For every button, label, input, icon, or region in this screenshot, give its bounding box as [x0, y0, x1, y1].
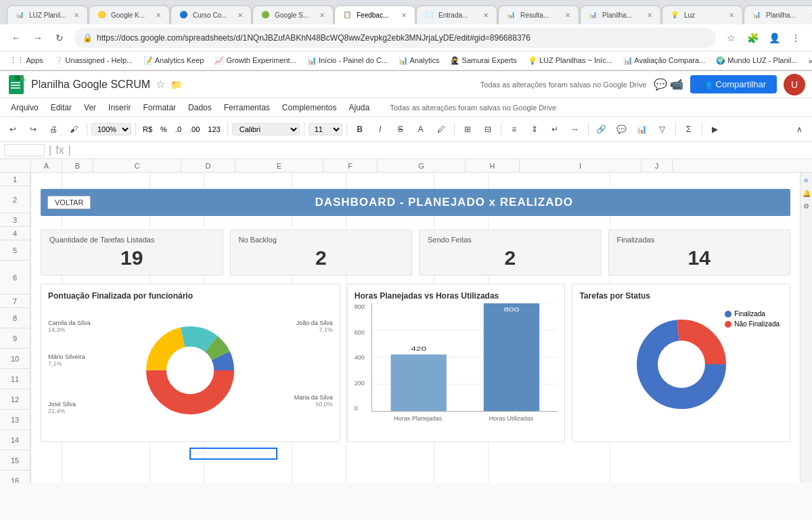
link-button[interactable]: 🔗: [593, 121, 610, 138]
bookmark-2[interactable]: 📝 Analytics Keep: [141, 55, 206, 66]
menu-complementos[interactable]: Complementos: [277, 101, 342, 114]
bookmark-3[interactable]: 📈 Growth Experiment...: [212, 55, 298, 66]
sidebar-icon-3[interactable]: ⚙: [803, 202, 809, 210]
row-num-10[interactable]: 10: [0, 349, 30, 369]
row-num-2[interactable]: 2: [0, 186, 30, 213]
undo-button[interactable]: ↩: [4, 121, 22, 138]
row-num-15[interactable]: 15: [0, 450, 30, 471]
row-num-16[interactable]: 16: [0, 471, 30, 483]
cell-reference-input[interactable]: [4, 144, 45, 156]
rtl-button[interactable]: ↔: [566, 121, 584, 138]
menu-ferramentas[interactable]: Ferramentas: [219, 101, 275, 114]
strikethrough-button[interactable]: S: [392, 121, 409, 138]
bold-button[interactable]: B: [351, 121, 369, 138]
borders-button[interactable]: ⊞: [459, 121, 476, 138]
folder-icon[interactable]: 📁: [171, 79, 182, 90]
browser-tab-6[interactable]: ✉️ Entrada... ✕: [416, 5, 497, 24]
col-header-h[interactable]: H: [466, 159, 520, 173]
col-header-c[interactable]: C: [93, 159, 181, 173]
menu-formatar[interactable]: Formatar: [137, 101, 181, 114]
bookmark-7[interactable]: 💡 LUZ Planilhas ~ Iníc...: [525, 55, 615, 66]
text-color-button[interactable]: A: [412, 121, 430, 138]
sheets-title[interactable]: Planilha Google SCRUM: [31, 79, 150, 91]
font-select[interactable]: Calibri: [232, 123, 300, 135]
bookmark-4[interactable]: 📊 Início - Painel do C...: [304, 55, 390, 66]
close-tab-8[interactable]: ✕: [647, 12, 652, 19]
menu-arquivo[interactable]: Arquivo: [5, 101, 44, 114]
bookmark-8[interactable]: 📊 Avaliação Compara...: [621, 55, 708, 66]
sidebar-icon-2[interactable]: 🔔: [803, 190, 811, 197]
align-button[interactable]: ≡: [505, 121, 523, 138]
collapse-toolbar-button[interactable]: ∧: [790, 121, 808, 138]
star-button[interactable]: ☆: [721, 28, 740, 47]
star-icon[interactable]: ☆: [156, 78, 165, 91]
chart-button[interactable]: 📊: [633, 121, 651, 138]
bookmark-1[interactable]: ❔ Unassigned - Help...: [51, 55, 136, 66]
browser-tab-1[interactable]: 📊 LUZ Planil... ✕: [7, 5, 88, 24]
font-size-select[interactable]: 11: [309, 123, 342, 135]
italic-button[interactable]: I: [371, 121, 389, 138]
col-header-b[interactable]: B: [62, 159, 93, 173]
close-tab-3[interactable]: ✕: [238, 12, 243, 19]
bookmark-5[interactable]: 📊 Analytics: [396, 55, 442, 66]
row-num-8[interactable]: 8: [0, 308, 30, 328]
menu-ajuda[interactable]: Ajuda: [344, 101, 376, 114]
col-header-j[interactable]: J: [641, 159, 673, 173]
col-header-f[interactable]: F: [323, 159, 378, 173]
sidebar-icon-1[interactable]: ≡: [805, 177, 809, 184]
comment-button[interactable]: 💬: [613, 121, 631, 138]
bookmark-apps[interactable]: ⋮⋮ Apps: [7, 55, 46, 66]
col-header-d[interactable]: D: [181, 159, 235, 173]
menu-button[interactable]: ⋮: [786, 28, 805, 47]
row-num-4[interactable]: 4: [0, 227, 30, 240]
row-num-5[interactable]: 5: [0, 240, 30, 261]
col-header-a[interactable]: A: [31, 159, 62, 173]
bookmark-more[interactable]: » Outros favoritos: [806, 56, 812, 66]
filter-button[interactable]: ▽: [654, 121, 671, 138]
row-num-1[interactable]: 1: [0, 173, 30, 186]
browser-tab-3[interactable]: 🔵 Curso Co... ✕: [171, 5, 252, 24]
reload-button[interactable]: ↻: [50, 28, 69, 47]
bookmark-9[interactable]: 🌍 Mundo LUZ - Planil...: [713, 55, 800, 66]
url-bar[interactable]: 🔒 https://docs.google.com/spreadsheets/d…: [74, 28, 716, 48]
browser-tab-2[interactable]: 🟡 Google K... ✕: [89, 5, 170, 24]
formula-input[interactable]: [75, 146, 808, 155]
menu-ver[interactable]: Ver: [78, 101, 102, 114]
row-num-6[interactable]: 6: [0, 261, 30, 295]
menu-inserir[interactable]: Inserir: [103, 101, 136, 114]
col-header-i[interactable]: I: [520, 159, 641, 173]
extensions-button[interactable]: 🧩: [743, 28, 762, 47]
close-tab-7[interactable]: ✕: [565, 12, 570, 19]
back-button[interactable]: ←: [7, 28, 26, 47]
comments-icon[interactable]: 💬: [654, 78, 667, 91]
row-num-12[interactable]: 12: [0, 389, 30, 410]
wrap-button[interactable]: ↵: [546, 121, 564, 138]
menu-editar[interactable]: Editar: [45, 101, 77, 114]
row-num-9[interactable]: 9: [0, 328, 30, 349]
paint-format-button[interactable]: 🖌: [65, 121, 83, 138]
print-button[interactable]: 🖨: [45, 121, 62, 138]
row-num-3[interactable]: 3: [0, 213, 30, 227]
meetings-icon[interactable]: 📹: [670, 78, 683, 91]
row-num-11[interactable]: 11: [0, 369, 30, 389]
bookmark-6[interactable]: 🥷 Samurai Experts: [447, 55, 519, 66]
close-tab-2[interactable]: ✕: [156, 12, 161, 19]
profile-button[interactable]: 👤: [765, 28, 784, 47]
highlight-color-button[interactable]: 🖊: [432, 121, 450, 138]
col-header-g[interactable]: G: [378, 159, 466, 173]
close-tab-6[interactable]: ✕: [483, 12, 489, 19]
browser-tab-7[interactable]: 📊 Resulta... ✕: [498, 5, 579, 24]
valign-button[interactable]: ⇕: [526, 121, 543, 138]
close-tab-9[interactable]: ✕: [729, 12, 734, 19]
close-tab-5[interactable]: ✕: [401, 12, 407, 19]
browser-tab-9[interactable]: 💡 Luz ✕: [662, 5, 743, 24]
browser-tab-4[interactable]: 🟢 Google S... ✕: [252, 5, 334, 24]
share-button[interactable]: 👥 Compartilhar: [690, 75, 777, 93]
redo-button[interactable]: ↪: [24, 121, 42, 138]
merge-button[interactable]: ⊟: [479, 121, 497, 138]
browser-tab-5[interactable]: 📋 Feedbac... ✕: [334, 5, 415, 24]
row-num-13[interactable]: 13: [0, 410, 30, 430]
close-tab-4[interactable]: ✕: [319, 12, 325, 19]
browser-tab-8[interactable]: 📊 Planilha... ✕: [580, 5, 661, 24]
browser-tab-10[interactable]: 📊 Planilha... ✕: [744, 5, 812, 24]
